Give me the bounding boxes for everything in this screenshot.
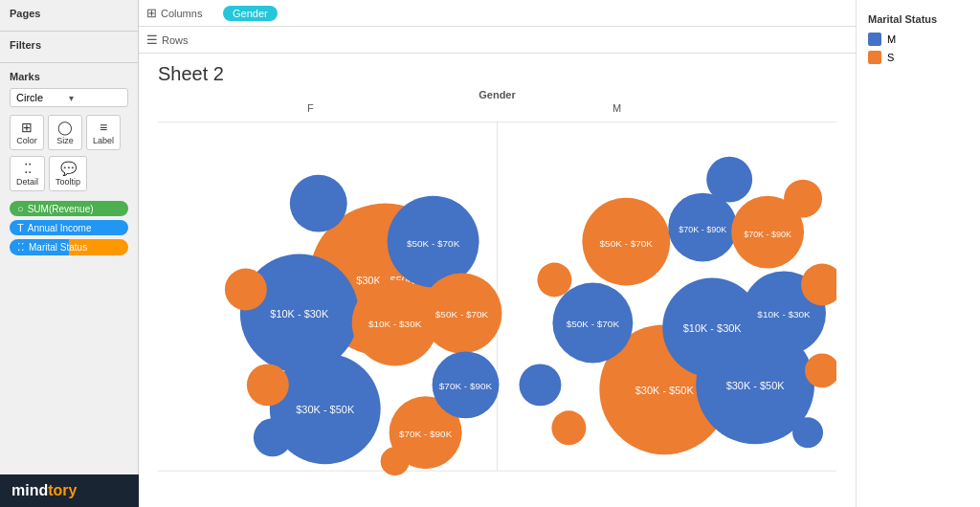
bubble	[706, 157, 752, 203]
annual-income-label: Annual Income	[28, 223, 92, 233]
rows-label: ☰ Rows	[146, 33, 223, 47]
marks-icons-row2: ⁚⁚ Detail 💬 Tooltip	[10, 156, 128, 191]
tooltip-icon: 💬	[60, 161, 77, 176]
bubble	[381, 447, 410, 475]
main-content: ⊞ Columns Gender ☰ Rows Sheet 2 Gender F…	[139, 0, 856, 507]
bubble-label: $50K - $70K	[567, 319, 620, 329]
branding: mindtory	[0, 474, 139, 507]
bubble	[290, 175, 347, 232]
marks-icons-row1: ⊞ Color ◯ Size ≡ Label	[10, 115, 128, 150]
rows-row: ☰ Rows	[139, 27, 856, 54]
bubble-label: $70K - $90K	[679, 225, 726, 234]
bubble-label: $50K - $70K	[600, 238, 654, 249]
bubble	[519, 364, 561, 406]
bubble	[792, 417, 823, 448]
bubble	[247, 364, 289, 406]
color-label: Color	[16, 136, 37, 145]
bubble	[225, 269, 267, 311]
legend-label-s: S	[887, 52, 894, 63]
size-button[interactable]: ◯ Size	[48, 115, 82, 150]
size-label: Size	[56, 136, 74, 145]
bubble-label: $70K - $90K	[399, 429, 453, 439]
legend: Marital Status M S	[856, 0, 980, 507]
detail-icon: ⁚⁚	[24, 161, 32, 176]
bubble-label: $50K - $70K	[435, 309, 489, 320]
legend-swatch-m	[868, 33, 881, 46]
chart-container: Gender F M $30K - $50K $10K - $30K $50K …	[158, 89, 836, 480]
bubble	[551, 410, 586, 445]
legend-item-m: M	[868, 33, 969, 46]
dots-icon: ⁚⁚	[17, 241, 25, 254]
bubble-label: $30K - $50K	[635, 385, 695, 396]
sum-revenue-pill[interactable]: ○ SUM(Revenue)	[10, 201, 128, 216]
chart-area: Sheet 2 Gender F M $30K - $50K $10K - $3…	[139, 54, 856, 507]
chevron-down-icon: ▾	[69, 93, 122, 103]
label-button[interactable]: ≡ Label	[86, 115, 121, 150]
size-icon: ◯	[57, 120, 73, 135]
bubble-label: $10K - $30K	[683, 322, 743, 334]
gender-pill[interactable]: Gender	[223, 6, 278, 21]
bubble-label: $10K - $30K	[270, 308, 329, 320]
rows-icon: ☰	[146, 33, 158, 47]
columns-label: ⊞ Columns	[146, 6, 223, 20]
tooltip-button[interactable]: 💬 Tooltip	[49, 156, 87, 191]
legend-item-s: S	[868, 51, 969, 64]
bubble-label: $30K - $50K	[296, 404, 355, 415]
circle-icon: ○	[17, 203, 24, 214]
legend-swatch-s	[868, 51, 881, 64]
brand-mind: mind	[11, 482, 48, 499]
chart-title: Sheet 2	[158, 63, 836, 85]
mark-type-dropdown[interactable]: Circle ▾	[10, 88, 128, 107]
bubble-label: $70K - $90K	[439, 381, 493, 391]
sum-revenue-label: SUM(Revenue)	[28, 204, 94, 214]
detail-button[interactable]: ⁚⁚ Detail	[10, 156, 45, 191]
color-icon: ⊞	[21, 120, 33, 135]
marks-label: Marks	[10, 71, 128, 82]
bubble-label: $10K - $30K	[368, 319, 422, 329]
brand-tory: tory	[48, 482, 77, 499]
text-icon: T	[17, 222, 24, 233]
label-icon: ≡	[100, 120, 107, 135]
bubble-label: $50K - $70K	[407, 238, 460, 249]
columns-icon: ⊞	[146, 6, 157, 20]
filters-label: Filters	[10, 39, 128, 51]
detail-label: Detail	[16, 177, 38, 187]
bubble-chart: $30K - $50K $10K - $30K $50K - $70K $10K…	[158, 89, 836, 480]
columns-row: ⊞ Columns Gender	[139, 0, 856, 27]
bubble-label: $30K - $50K	[726, 380, 786, 391]
pages-section: Pages	[0, 0, 138, 32]
color-button[interactable]: ⊞ Color	[10, 115, 44, 150]
sidebar: Pages Filters Marks Circle ▾ ⊞ Color ◯ S…	[0, 0, 139, 507]
label-label: Label	[93, 136, 114, 145]
marital-status-label: Marital Status	[29, 242, 87, 253]
bubble-label: $70K - $90K	[744, 230, 791, 239]
circle-label: Circle	[16, 92, 69, 103]
pages-label: Pages	[10, 8, 128, 19]
marital-status-pill[interactable]: ⁚⁚ Marital Status	[10, 239, 128, 255]
bubble	[784, 180, 822, 218]
bubble-label: $10K - $30K	[757, 309, 811, 320]
bubble	[254, 418, 292, 456]
legend-title: Marital Status	[868, 13, 969, 25]
tooltip-label: Tooltip	[56, 177, 80, 187]
bubble	[537, 263, 571, 298]
marks-section: Marks Circle ▾ ⊞ Color ◯ Size ≡ Label ⁚⁚…	[0, 63, 138, 267]
annual-income-pill[interactable]: T Annual Income	[10, 220, 128, 235]
legend-label-m: M	[887, 33, 896, 45]
filters-section: Filters	[0, 32, 138, 63]
